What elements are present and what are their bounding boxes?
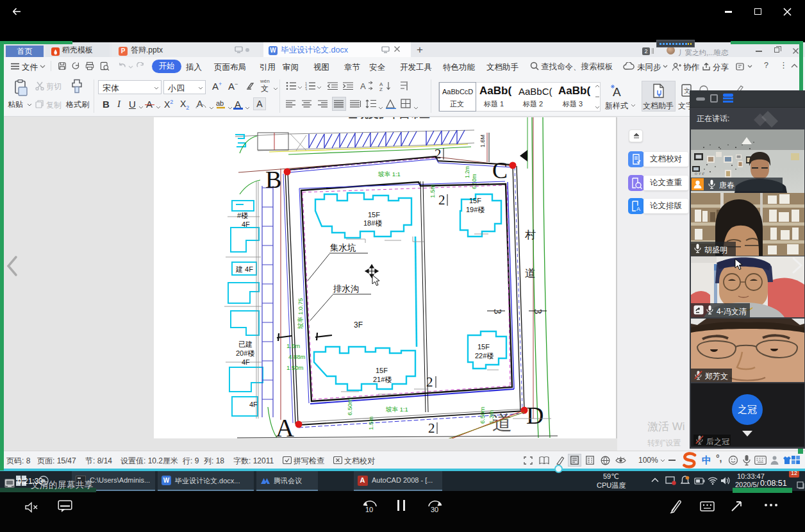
svg-text:村: 村 <box>525 229 536 241</box>
svg-text:4.88m: 4.88m <box>288 353 305 360</box>
svg-text:道: 道 <box>525 267 536 279</box>
svg-text:排水沟: 排水沟 <box>333 284 360 294</box>
svg-text:4F: 4F <box>242 220 250 228</box>
svg-text:6.50m: 6.50m <box>479 407 486 424</box>
svg-text:2: 2 <box>426 374 433 390</box>
svg-text:1.5m: 1.5m <box>429 185 436 198</box>
svg-text:2: 2 <box>435 146 442 162</box>
svg-text:1.5m: 1.5m <box>367 417 374 430</box>
svg-text:建 4F: 建 4F <box>235 265 253 273</box>
svg-text:C: C <box>492 158 508 183</box>
svg-text:1.6M: 1.6M <box>479 135 486 147</box>
svg-text:2: 2 <box>428 420 435 436</box>
svg-text:15F: 15F <box>469 197 481 204</box>
svg-text:A: A <box>613 85 621 99</box>
svg-text:Z: Z <box>379 87 383 91</box>
svg-text:21#楼: 21#楼 <box>373 376 392 383</box>
svg-text:D: D <box>526 402 544 429</box>
svg-text:20#楼: 20#楼 <box>236 349 254 357</box>
svg-text:10: 10 <box>365 506 373 513</box>
svg-text:坡率 1:1: 坡率 1:1 <box>378 170 401 178</box>
svg-text:坡率 1:1: 坡率 1:1 <box>385 406 408 413</box>
svg-text:22#楼: 22#楼 <box>475 352 494 360</box>
svg-text:坡率 1:0.75: 坡率 1:0.75 <box>297 298 304 329</box>
svg-text:3: 3 <box>492 309 503 314</box>
svg-text:4F: 4F <box>249 401 258 408</box>
svg-text:3F: 3F <box>354 320 363 329</box>
svg-text:A: A <box>636 206 640 212</box>
svg-text:30: 30 <box>431 506 438 513</box>
svg-text:ab: ab <box>216 99 224 107</box>
svg-text:15F: 15F <box>376 367 388 374</box>
svg-text:集水坑: 集水坑 <box>330 243 356 253</box>
svg-text:A: A <box>276 413 294 438</box>
svg-text:A: A <box>197 99 203 109</box>
svg-text:o v e: o v e <box>695 170 705 176</box>
svg-text:6.50m: 6.50m <box>471 174 477 189</box>
svg-text:18#楼: 18#楼 <box>363 219 382 227</box>
svg-text:4F: 4F <box>242 358 250 366</box>
svg-text:已建: 已建 <box>238 340 253 348</box>
svg-text:1.5m: 1.5m <box>286 342 300 349</box>
svg-text:15F: 15F <box>477 343 490 351</box>
svg-text:1.50m: 1.50m <box>286 364 303 371</box>
svg-text:1.2m: 1.2m <box>464 166 470 178</box>
svg-text:2: 2 <box>438 192 445 208</box>
svg-text:6.50m: 6.50m <box>346 399 353 415</box>
svg-text:3: 3 <box>305 88 307 91</box>
svg-text:B: B <box>265 166 281 193</box>
svg-text:#楼: #楼 <box>237 212 248 219</box>
svg-text:3: 3 <box>533 309 544 314</box>
svg-text:19#楼: 19#楼 <box>466 206 485 213</box>
svg-text:15F: 15F <box>368 211 380 219</box>
svg-text:A: A <box>360 81 366 91</box>
